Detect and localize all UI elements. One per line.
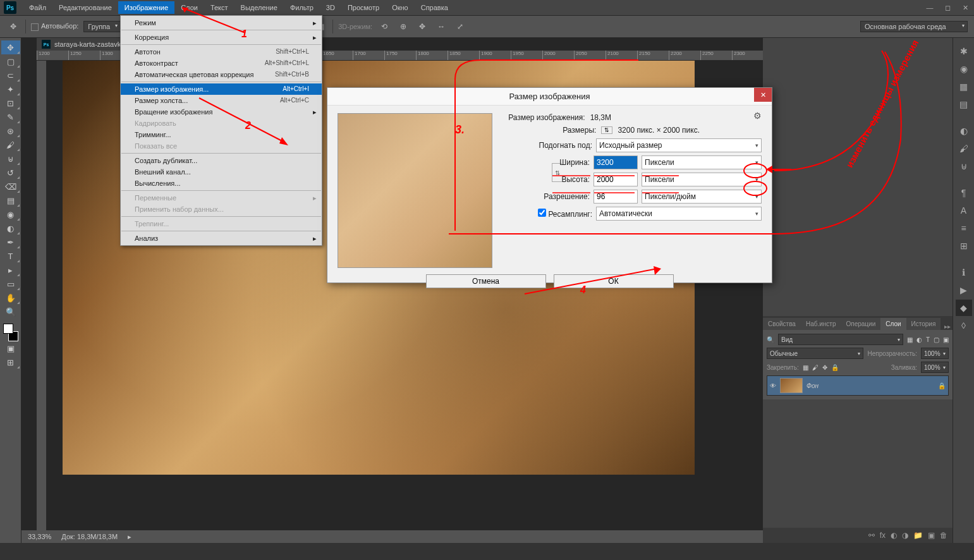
menu-item[interactable]: Вычисления...: [121, 178, 322, 189]
dock-brush-icon[interactable]: 🖌: [956, 140, 972, 157]
layer-thumbnail[interactable]: [780, 378, 803, 393]
dock-play-icon[interactable]: ▶: [956, 282, 972, 298]
dock-other-icon[interactable]: ⊞: [956, 238, 972, 254]
width-input[interactable]: [594, 155, 638, 169]
crop-tool[interactable]: ⊡: [1, 96, 20, 110]
dialog-gear-icon[interactable]: ⚙: [753, 111, 762, 121]
panel-tab[interactable]: Наб.инстр: [801, 318, 841, 330]
path-selection-tool[interactable]: ▸: [1, 263, 20, 277]
menu-item[interactable]: Анализ: [121, 233, 322, 244]
blend-mode-dropdown[interactable]: Обычные: [767, 348, 863, 359]
dock-swatches-icon[interactable]: ▦: [956, 78, 972, 95]
eraser-tool[interactable]: ⌫: [1, 180, 20, 193]
menu-item[interactable]: Внешний канал...: [121, 166, 322, 178]
dock-char-icon[interactable]: ¶: [956, 185, 972, 201]
menu-item[interactable]: Размер холста...Alt+Ctrl+C: [121, 95, 322, 106]
lock-position-icon[interactable]: ✥: [822, 364, 827, 371]
ok-button[interactable]: ОК: [554, 274, 674, 288]
menu-item[interactable]: Размер изображения...Alt+Ctrl+I: [121, 83, 322, 95]
group-icon[interactable]: 📁: [913, 531, 923, 540]
dock-compass-icon[interactable]: ✱: [956, 43, 972, 59]
3d-slide-icon[interactable]: ↔: [434, 20, 448, 33]
delete-icon[interactable]: 🗑: [940, 531, 947, 540]
close-button[interactable]: ✕: [956, 1, 974, 14]
panel-tab[interactable]: Свойства: [763, 318, 801, 330]
dialog-titlebar[interactable]: Размер изображения ✕: [327, 88, 772, 106]
menu-изображение[interactable]: Изображение: [118, 1, 174, 14]
autoselect-target-dropdown[interactable]: Группа: [83, 21, 121, 32]
new-layer-icon[interactable]: ▣: [928, 531, 935, 540]
filter-type-icon[interactable]: T: [926, 336, 930, 343]
width-unit-dropdown[interactable]: Пиксели: [642, 155, 762, 169]
lasso-tool[interactable]: ⊂: [1, 68, 20, 82]
menu-item[interactable]: АвтоконтрастAlt+Shift+Ctrl+L: [121, 58, 322, 69]
minimize-button[interactable]: —: [921, 1, 939, 14]
eyedropper-tool[interactable]: ✎: [1, 110, 20, 124]
menu-окно[interactable]: Окно: [386, 1, 415, 14]
filter-shape-icon[interactable]: ▢: [934, 336, 939, 343]
cancel-button[interactable]: Отмена: [426, 274, 546, 288]
menu-3d[interactable]: 3D: [320, 1, 341, 14]
filter-pixel-icon[interactable]: ▦: [907, 336, 913, 343]
screen-mode-toggle[interactable]: ⊞: [1, 355, 20, 369]
menu-item[interactable]: Режим: [121, 17, 322, 28]
dock-paths-icon[interactable]: ◊: [956, 317, 972, 334]
resample-dropdown[interactable]: Автоматически: [596, 207, 762, 221]
3d-scale-icon[interactable]: ⤢: [453, 20, 467, 33]
height-unit-dropdown[interactable]: Пиксели: [642, 173, 762, 186]
clone-stamp-tool[interactable]: ⊎: [1, 152, 20, 166]
status-arrow-icon[interactable]: ▸: [128, 533, 131, 541]
lock-brush-icon[interactable]: 🖌: [812, 364, 819, 371]
quick-mask-toggle[interactable]: ▣: [1, 341, 20, 355]
height-input[interactable]: [594, 173, 638, 186]
dock-styles-icon[interactable]: ▤: [956, 96, 972, 113]
fit-dropdown[interactable]: Исходный размер: [596, 138, 762, 152]
menu-файл[interactable]: Файл: [23, 1, 52, 14]
menu-item[interactable]: АвтотонShift+Ctrl+L: [121, 46, 322, 58]
type-tool[interactable]: T: [1, 249, 20, 263]
menu-просмотр[interactable]: Просмотр: [341, 1, 386, 14]
panel-tab[interactable]: История: [906, 318, 941, 330]
opacity-value[interactable]: 100%: [921, 348, 949, 359]
dialog-close-button[interactable]: ✕: [754, 88, 772, 102]
autoselect-checkbox[interactable]: [31, 23, 39, 31]
gradient-tool[interactable]: ▤: [1, 193, 20, 207]
adjustment-icon[interactable]: ◑: [902, 531, 908, 540]
menu-текст[interactable]: Текст: [204, 1, 234, 14]
pen-tool[interactable]: ✒: [1, 235, 20, 249]
layer-filter-kind[interactable]: Вид: [778, 334, 903, 345]
menu-фильтр[interactable]: Фильтр: [284, 1, 320, 14]
dock-glyph-icon[interactable]: ≡: [956, 220, 972, 236]
brush-tool[interactable]: 🖌: [1, 138, 20, 152]
fx-icon[interactable]: fx: [880, 531, 886, 540]
dims-toggle-icon[interactable]: ⇅: [601, 126, 612, 134]
lock-all-icon[interactable]: 🔒: [831, 364, 839, 371]
dodge-tool[interactable]: ◐: [1, 221, 20, 235]
restore-button[interactable]: ◻: [939, 1, 956, 14]
3d-pan-icon[interactable]: ✥: [415, 20, 429, 33]
menu-слои[interactable]: Слои: [174, 1, 204, 14]
resolution-input[interactable]: [594, 190, 638, 204]
dock-color-icon[interactable]: ◉: [956, 61, 972, 77]
menu-item[interactable]: Тримминг...: [121, 129, 322, 140]
dock-layers-icon[interactable]: ◆: [956, 300, 972, 316]
link-layers-icon[interactable]: ⚯: [868, 531, 875, 540]
menu-item[interactable]: Вращение изображения: [121, 106, 322, 118]
document-tab[interactable]: Ps staraya-karta-zastavki...: [37, 38, 133, 51]
3d-rotate-icon[interactable]: ⟲: [377, 20, 391, 33]
dock-clone-icon[interactable]: ⊎: [956, 158, 972, 174]
search-icon[interactable]: 🔍: [767, 336, 774, 343]
layer-visibility-icon[interactable]: 👁: [770, 382, 776, 389]
dock-adjustments-icon[interactable]: ◐: [956, 123, 972, 139]
move-tool[interactable]: ✥: [1, 40, 20, 54]
magic-wand-tool[interactable]: ✦: [1, 82, 20, 96]
zoom-tool[interactable]: 🔍: [1, 305, 20, 319]
menu-выделение[interactable]: Выделение: [234, 1, 284, 14]
blur-tool[interactable]: ◉: [1, 207, 20, 221]
menu-item[interactable]: Коррекция: [121, 32, 322, 43]
filter-adjust-icon[interactable]: ◐: [916, 336, 922, 343]
resample-checkbox[interactable]: [538, 209, 546, 217]
mask-icon[interactable]: ◐: [891, 531, 897, 540]
fill-value[interactable]: 100%: [921, 362, 949, 373]
menu-справка[interactable]: Справка: [415, 1, 454, 14]
